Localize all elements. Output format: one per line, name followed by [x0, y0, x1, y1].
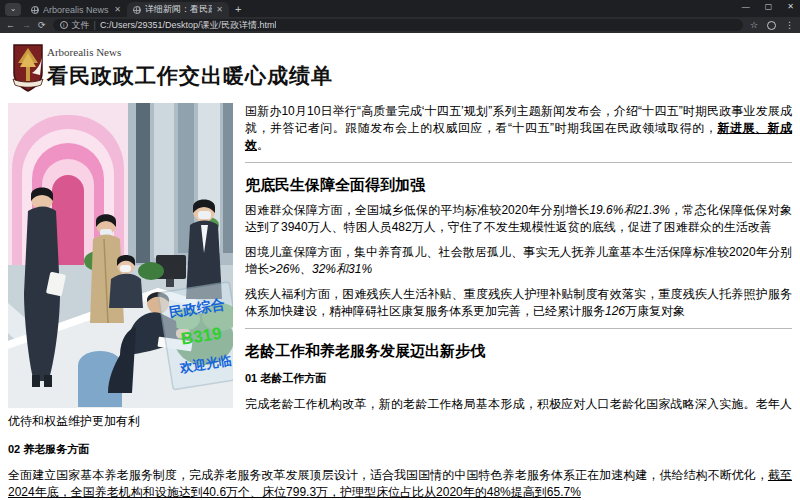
file-info-icon[interactable]: i	[60, 21, 68, 29]
address-divider: |	[94, 20, 96, 30]
globe-icon	[31, 6, 39, 14]
minimize-button[interactable]: —	[742, 2, 750, 11]
back-icon[interactable]: ←	[6, 21, 15, 30]
close-window-button[interactable]: ✕	[787, 2, 794, 11]
tab-title: Arborealis News	[43, 5, 110, 15]
address-bar[interactable]: i 文件 | C:/Users/29351/Desktop/课业/民政详情.ht…	[53, 19, 743, 31]
scheme-label: 文件	[72, 19, 90, 32]
article-body: 民政综合 B319 欢迎光临 国新办10月10日举行“高质量完成‘十四五’规划”…	[8, 103, 792, 500]
civil-affairs-hall-photo: 民政综合 B319 欢迎光临	[8, 103, 233, 408]
browser-toolbar: ← → ⟳ i 文件 | C:/Users/29351/Desktop/课业/民…	[0, 17, 800, 33]
bookmark-star-icon[interactable]: ☆	[750, 20, 758, 30]
address-url: C:/Users/29351/Desktop/课业/民政详情.html	[100, 19, 277, 32]
profile-avatar-icon[interactable]	[767, 21, 776, 30]
tab-news-detail[interactable]: 详细新闻：看民政工作交出暖… ✕	[127, 2, 229, 17]
tab-title: 详细新闻：看民政工作交出暖…	[145, 3, 212, 16]
section-divider	[245, 162, 792, 163]
window-controls: — ▢ ✕	[742, 2, 794, 11]
tab-close-icon[interactable]: ✕	[114, 5, 121, 14]
masthead-text: Arborealis News 看民政政工作交出暖心成绩单	[44, 43, 333, 93]
news-detail-page: Arborealis News 看民政政工作交出暖心成绩单	[0, 33, 800, 500]
page-title: 看民政政工作交出暖心成绩单	[47, 62, 333, 90]
reload-icon[interactable]: ⟳	[38, 21, 46, 30]
forward-icon[interactable]: →	[22, 21, 31, 30]
globe-icon	[133, 6, 141, 14]
masthead: Arborealis News 看民政政工作交出暖心成绩单	[8, 33, 792, 93]
site-brand: Arborealis News	[47, 43, 333, 58]
arborealis-crest-logo	[12, 43, 44, 93]
tab-arborealis-news[interactable]: Arborealis News ✕	[25, 2, 127, 17]
new-tab-button[interactable]: +	[235, 3, 241, 15]
browser-tab-strip: ⌄ Arborealis News ✕ 详细新闻：看民政工作交出暖… ✕ + —…	[0, 0, 800, 17]
paragraph-elder-care: 全面建立国家基本养老服务制度，完成养老服务改革发展顶层设计，适合我国国情的中国特…	[8, 467, 792, 500]
subheading-elder-care: 02 养老服务方面	[8, 441, 792, 458]
restore-button[interactable]: ▢	[765, 2, 773, 11]
section-divider	[245, 328, 792, 329]
menu-dots-icon[interactable]: ⋮	[785, 20, 794, 30]
tab-close-icon[interactable]: ✕	[216, 5, 223, 14]
tab-search-button[interactable]: ⌄	[5, 3, 21, 16]
toolbar-actions: ☆ ⋮	[750, 20, 794, 30]
